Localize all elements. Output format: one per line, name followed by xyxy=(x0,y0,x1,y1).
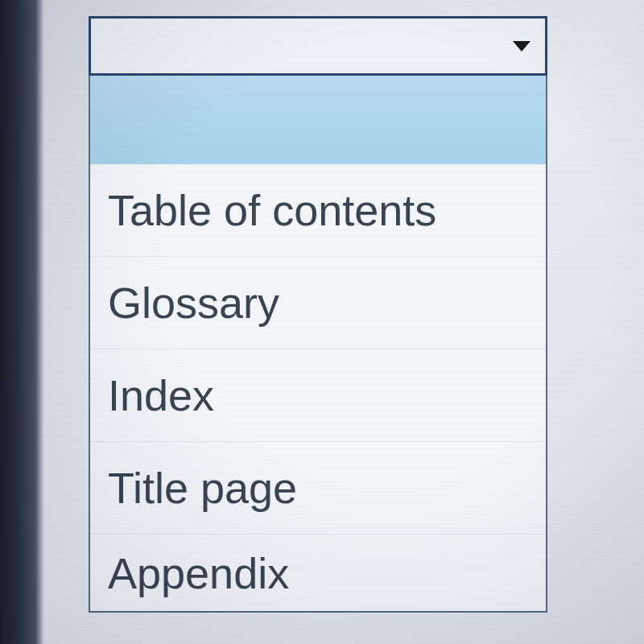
dropdown-option-index[interactable]: Index xyxy=(90,349,546,442)
dropdown: Table of contents Glossary Index Title p… xyxy=(89,16,547,613)
dropdown-option-blank[interactable] xyxy=(90,76,546,164)
option-label: Glossary xyxy=(108,278,279,328)
option-label: Table of contents xyxy=(108,185,436,235)
dropdown-option-appendix[interactable]: Appendix xyxy=(90,535,546,611)
screen-bezel xyxy=(0,0,44,644)
dropdown-option-table-of-contents[interactable]: Table of contents xyxy=(90,164,546,257)
dropdown-option-glossary[interactable]: Glossary xyxy=(90,257,546,349)
chevron-down-icon xyxy=(513,41,530,52)
dropdown-options-list: Table of contents Glossary Index Title p… xyxy=(89,76,547,613)
option-label: Index xyxy=(108,370,214,420)
dropdown-select-box[interactable] xyxy=(89,16,547,76)
dropdown-option-title-page[interactable]: Title page xyxy=(90,442,546,535)
option-label: Title page xyxy=(108,463,297,513)
option-label: Appendix xyxy=(108,548,289,598)
